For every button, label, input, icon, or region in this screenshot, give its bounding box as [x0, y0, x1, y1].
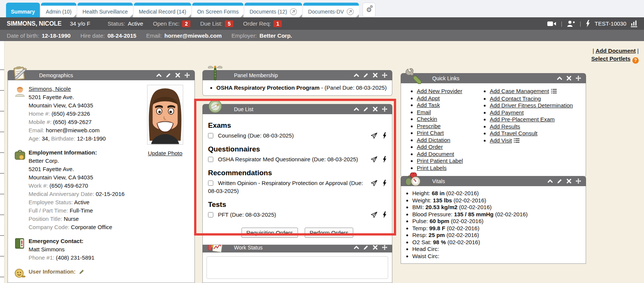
move-icon[interactable] [576, 75, 581, 81]
due-list-header[interactable]: Due List [202, 104, 392, 114]
add-visit-link[interactable]: Add Visit [490, 137, 512, 144]
update-photo-link[interactable]: Update Photo [148, 150, 182, 156]
add-task-link[interactable]: Add Task [417, 102, 440, 108]
vitals-header[interactable]: Vitals [401, 176, 586, 186]
close-icon[interactable] [566, 178, 572, 184]
due-item-checkbox[interactable] [208, 181, 213, 186]
add-dictation-link[interactable]: Add Dictation [417, 137, 450, 143]
collapse-icon[interactable] [557, 75, 562, 81]
tab-admin[interactable]: Admin (10) [41, 3, 76, 17]
collapse-icon[interactable] [354, 245, 359, 250]
panel-name: OSHA Respiratory Protection Program [216, 84, 320, 91]
move-icon[interactable] [184, 72, 190, 78]
tab-medical-record[interactable]: Medical Record (14) [134, 3, 191, 17]
move-icon[interactable] [382, 245, 387, 250]
add-driver-fitness-link[interactable]: Add Driver Fitness Determination [490, 102, 573, 109]
add-order-link[interactable]: Add Order [417, 144, 443, 150]
add-contact-tracing-link[interactable]: Add Contact Tracing [490, 95, 541, 102]
telehealth-camera-icon[interactable] [547, 21, 556, 27]
portlet-title: Due List [234, 106, 253, 112]
vital-value: 98 % [433, 239, 446, 245]
collapse-icon[interactable] [354, 106, 359, 112]
prescribe-link[interactable]: Prescribe [417, 123, 440, 129]
quick-links-header[interactable]: Quick Links [401, 73, 586, 83]
add-payment-link[interactable]: Add Payment [490, 109, 524, 116]
add-results-link[interactable]: Add Results [490, 123, 520, 130]
vital-value: 25 pm [428, 232, 445, 238]
close-icon[interactable] [372, 72, 378, 78]
add-case-management-link[interactable]: Add Case Management [490, 88, 549, 94]
add-appt-link[interactable]: Add Appt [417, 95, 440, 101]
edit-icon[interactable] [363, 72, 369, 78]
due-item-checkbox[interactable] [208, 212, 213, 217]
add-pre-placement-exam-link[interactable]: Add Pre-Placement Exam [490, 116, 555, 122]
collapse-icon[interactable] [547, 178, 553, 184]
move-icon[interactable] [382, 72, 387, 78]
collapse-icon[interactable] [354, 72, 359, 78]
add-document-link[interactable]: Add Document [595, 47, 636, 54]
requisition-orders-button[interactable]: Requisition Orders [242, 228, 298, 238]
vitals-body: Height: 68 in (02-02-2016) Weight: 135 l… [401, 186, 586, 264]
help-icon[interactable]: ? [632, 57, 639, 64]
send-order-icon[interactable] [370, 132, 378, 139]
list-icon[interactable] [514, 138, 519, 144]
close-icon[interactable] [372, 106, 378, 112]
perform-bolt-icon[interactable] [383, 156, 387, 163]
quick-action-bolt-icon[interactable] [586, 20, 590, 27]
perform-bolt-icon[interactable] [383, 180, 387, 187]
close-icon[interactable] [175, 72, 181, 78]
portlet-controls [354, 106, 387, 112]
collapse-icon[interactable] [156, 72, 162, 78]
checkin-link[interactable]: Checkin [417, 116, 437, 122]
edit-pencil-icon[interactable] [79, 269, 84, 274]
list-icon[interactable] [551, 88, 557, 95]
move-icon[interactable] [382, 106, 387, 112]
send-order-icon[interactable] [370, 211, 378, 219]
order-req-badge[interactable]: 1 [273, 20, 282, 27]
quick-link: Print Chart [417, 130, 475, 136]
open-enc-badge[interactable]: 2 [182, 20, 190, 27]
tab-documents[interactable]: Documents (12) [245, 3, 302, 17]
open-new-window-icon[interactable] [346, 8, 354, 15]
add-travel-consult-link[interactable]: Add Travel Consult [490, 130, 538, 136]
tab-documents-dv[interactable]: Documents-DV [303, 3, 359, 17]
tab-settings-button[interactable]: ⚙ ⚙ [363, 3, 375, 17]
edit-icon[interactable] [557, 178, 562, 184]
edit-icon[interactable] [166, 72, 171, 78]
move-icon[interactable] [576, 178, 581, 184]
due-item-checkbox[interactable] [208, 157, 213, 162]
panel-membership-header[interactable]: Panel Membership [202, 70, 392, 80]
edit-icon[interactable] [363, 245, 369, 250]
perform-bolt-icon[interactable] [383, 211, 387, 218]
page-links: | Add Document | Select Portlets? [591, 47, 639, 64]
tab-on-screen-forms[interactable]: On Screen Forms [192, 3, 243, 17]
patient-name-link[interactable]: Simmons, Nicole [29, 86, 71, 92]
select-portlets-link[interactable]: Select Portlets [591, 55, 630, 62]
dob-value: 12-18-1990 [42, 32, 71, 39]
close-icon[interactable] [566, 75, 572, 81]
quick-link: Print Labels [417, 165, 475, 171]
open-new-window-icon[interactable] [290, 8, 297, 15]
close-icon[interactable] [372, 245, 378, 250]
quick-link: Add Contact Tracing [490, 95, 573, 102]
email-link[interactable]: Email [417, 109, 431, 115]
edit-icon[interactable] [363, 106, 369, 112]
add-user-icon[interactable] [567, 20, 575, 27]
open-enc-label: Open Enc: [153, 20, 180, 27]
due-item-checkbox[interactable] [208, 133, 213, 138]
flowsheet-chart-icon[interactable] [631, 20, 637, 27]
print-chart-link[interactable]: Print Chart [417, 130, 444, 136]
demographics-header[interactable]: Demographics [8, 70, 195, 80]
tab-summary[interactable]: Summary [6, 3, 40, 17]
perform-bolt-icon[interactable] [383, 132, 387, 139]
perform-orders-button[interactable]: Perform Orders [305, 228, 353, 238]
print-patient-label-link[interactable]: Print Patient Label [417, 158, 463, 164]
print-labels-link[interactable]: Print Labels [417, 165, 447, 171]
send-order-icon[interactable] [370, 156, 378, 163]
send-order-icon[interactable] [370, 179, 378, 187]
due-list-badge[interactable]: 5 [225, 20, 233, 27]
add-new-provider-link[interactable]: Add New Provider [417, 88, 462, 94]
add-document-link[interactable]: Add Document [417, 151, 454, 157]
due-item-actions [370, 179, 387, 187]
tab-health-surveillance[interactable]: Health Surveillance [77, 3, 133, 17]
